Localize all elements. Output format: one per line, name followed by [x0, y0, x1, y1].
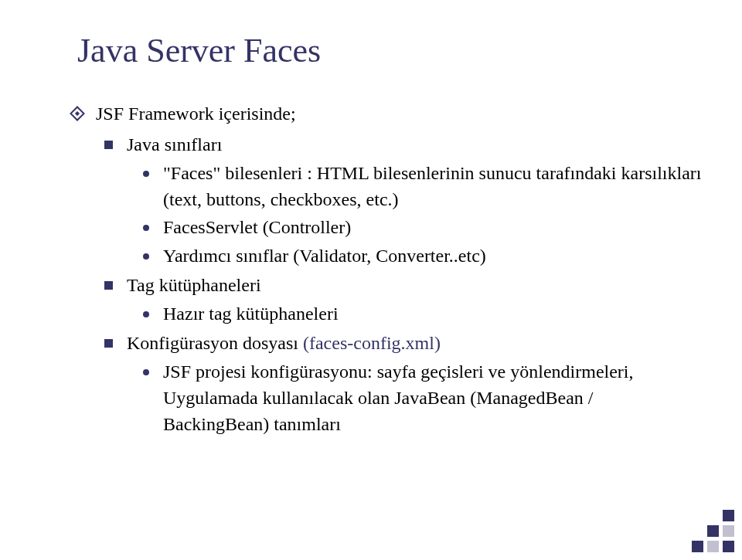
config-file-suffix: (faces-config.xml): [298, 333, 441, 353]
list-item: Konfigürasyon dosyası (faces-config.xml): [104, 331, 703, 357]
list-item: "Faces" bilesenleri : HTML bilesenlerini…: [143, 161, 703, 212]
list-item-label: JSF Framework içerisinde;: [96, 101, 703, 127]
list-item: Tag kütüphaneleri: [104, 273, 703, 299]
list-item-label: "Faces" bilesenleri : HTML bilesenlerini…: [163, 161, 703, 212]
diamond-icon: [70, 106, 85, 121]
slide-title: Java Server Faces: [77, 31, 703, 70]
svg-rect-5: [723, 541, 734, 552]
list-item-label: JSF projesi konfigürasyonu: sayfa geçisl…: [163, 359, 703, 437]
list-item-label: FacesServlet (Controller): [163, 215, 703, 241]
square-icon: [104, 281, 113, 290]
list-item-label: Java sınıfları: [127, 132, 703, 158]
list-item: JSF projesi konfigürasyonu: sayfa geçisl…: [143, 359, 703, 437]
dot-icon: [143, 171, 149, 177]
square-icon: [104, 141, 113, 149]
list-item-label: Tag kütüphaneleri: [127, 273, 703, 299]
dot-icon: [143, 311, 149, 317]
dot-icon: [143, 369, 149, 375]
list-item-label: Yardımcı sınıflar (Validator, Converter.…: [163, 243, 703, 270]
slide-body: JSF Framework içerisinde; Java sınıfları…: [39, 101, 703, 437]
svg-rect-7: [692, 541, 703, 552]
svg-rect-4: [707, 525, 719, 537]
list-item: FacesServlet (Controller): [143, 215, 703, 241]
svg-rect-2: [723, 510, 734, 521]
list-item: Hazır tag kütüphaneleri: [143, 301, 703, 328]
list-item-label: Hazır tag kütüphaneleri: [163, 301, 703, 328]
list-item: Java sınıfları: [104, 132, 703, 158]
svg-rect-6: [707, 541, 719, 552]
dot-icon: [143, 253, 149, 260]
config-file-label: Konfigürasyon dosyası: [127, 333, 298, 353]
list-item: Yardımcı sınıflar (Validator, Converter.…: [143, 243, 703, 270]
list-item: JSF Framework içerisinde;: [70, 101, 703, 127]
square-icon: [104, 339, 113, 348]
svg-rect-3: [723, 525, 734, 537]
corner-decoration-icon: [692, 510, 734, 552]
dot-icon: [143, 225, 149, 231]
svg-rect-1: [75, 111, 80, 116]
list-item-label: Konfigürasyon dosyası (faces-config.xml): [127, 331, 703, 357]
